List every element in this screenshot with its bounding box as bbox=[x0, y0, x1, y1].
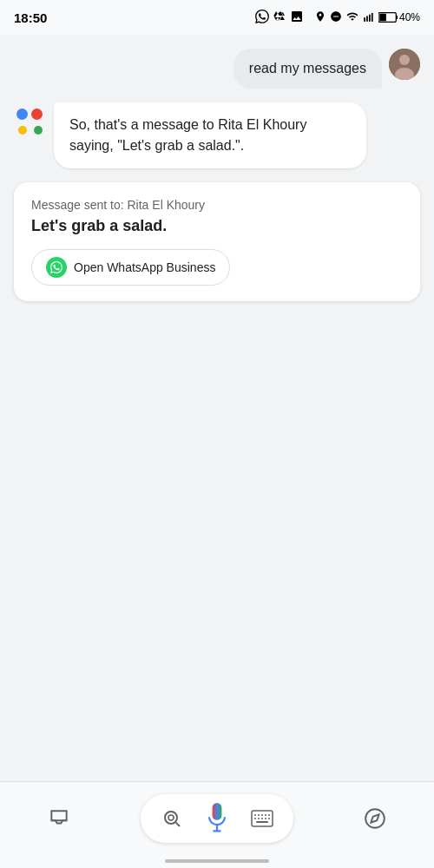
drive-status-icon bbox=[273, 10, 286, 26]
whatsapp-status-icon bbox=[255, 10, 269, 26]
keyboard-button[interactable] bbox=[248, 805, 276, 832]
location-icon bbox=[314, 10, 326, 25]
dot-blue bbox=[16, 108, 28, 120]
open-whatsapp-button[interactable]: Open WhatsApp Business bbox=[31, 249, 230, 286]
microphone-button[interactable] bbox=[200, 801, 234, 836]
bottom-handle bbox=[165, 859, 269, 863]
dot-red bbox=[31, 108, 43, 120]
status-icons: 40% bbox=[255, 10, 420, 26]
dot-yellow bbox=[18, 126, 27, 135]
bottom-bar bbox=[0, 781, 434, 868]
user-avatar bbox=[389, 49, 420, 80]
main-content: read my messages So, that's a message to… bbox=[0, 35, 434, 781]
battery-icon: 40% bbox=[378, 11, 420, 23]
user-message-row: read my messages bbox=[14, 49, 420, 89]
svg-rect-6 bbox=[379, 14, 386, 21]
status-bar: 18:50 bbox=[0, 0, 434, 35]
svg-rect-0 bbox=[364, 17, 365, 22]
inbox-button[interactable] bbox=[40, 799, 78, 838]
svg-point-27 bbox=[365, 809, 385, 828]
message-card-recipient: Message sent to: Rita El Khoury bbox=[31, 198, 403, 212]
svg-rect-3 bbox=[372, 12, 373, 21]
signal-icon bbox=[363, 10, 375, 25]
svg-rect-2 bbox=[369, 14, 371, 21]
assistant-bubble: So, that's a message to Rita El Khoury s… bbox=[54, 102, 366, 168]
image-status-icon bbox=[290, 10, 304, 26]
wifi-icon bbox=[345, 10, 359, 25]
google-assistant-icon bbox=[14, 106, 45, 137]
compass-button[interactable] bbox=[356, 799, 394, 838]
svg-rect-12 bbox=[213, 803, 222, 820]
mic-container bbox=[141, 794, 293, 843]
status-time: 18:50 bbox=[14, 10, 47, 25]
user-message-bubble: read my messages bbox=[233, 49, 382, 89]
assistant-row: So, that's a message to Rita El Khoury s… bbox=[14, 102, 420, 168]
minus-circle-icon bbox=[330, 10, 342, 25]
svg-rect-1 bbox=[366, 16, 368, 21]
whatsapp-icon bbox=[46, 257, 67, 278]
message-card: Message sent to: Rita El Khoury Let's gr… bbox=[14, 182, 420, 301]
lens-button[interactable] bbox=[158, 805, 186, 832]
svg-point-10 bbox=[165, 812, 177, 824]
dot-green bbox=[34, 126, 43, 135]
svg-rect-5 bbox=[397, 16, 398, 19]
open-whatsapp-label: Open WhatsApp Business bbox=[74, 260, 215, 274]
battery-percent: 40% bbox=[399, 11, 420, 23]
message-card-body: Let's grab a salad. bbox=[31, 217, 403, 235]
svg-point-8 bbox=[399, 55, 410, 65]
